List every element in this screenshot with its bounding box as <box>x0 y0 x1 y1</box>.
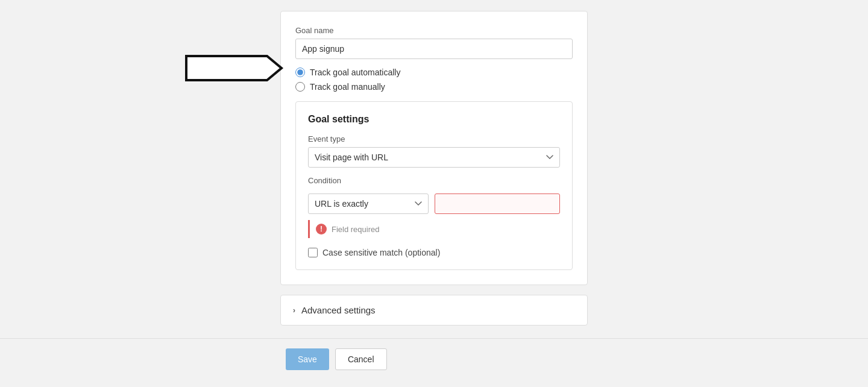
case-sensitive-label[interactable]: Case sensitive match (optional) <box>308 248 560 257</box>
action-buttons: Save Cancel <box>286 348 387 370</box>
cancel-button[interactable]: Cancel <box>335 348 387 370</box>
tracking-options: Track goal automatically Track goal manu… <box>295 68 573 92</box>
error-text: Field required <box>332 225 380 234</box>
event-type-label: Event type <box>308 134 560 143</box>
error-message: ! Field required <box>308 220 560 238</box>
condition-row: URL is exactly URL contains URL starts w… <box>308 194 560 214</box>
case-sensitive-text: Case sensitive match (optional) <box>322 248 440 257</box>
goal-name-input[interactable] <box>295 39 573 59</box>
condition-value-input[interactable] <box>435 194 560 214</box>
track-auto-radio[interactable] <box>295 68 305 77</box>
page-container: Goal name Track goal automatically Track… <box>0 0 868 387</box>
arrow-annotation <box>184 52 286 84</box>
goal-name-label: Goal name <box>295 26 573 35</box>
track-auto-text: Track goal automatically <box>310 68 400 77</box>
track-auto-label[interactable]: Track goal automatically <box>295 68 573 77</box>
condition-section: Condition URL is exactly URL contains UR… <box>308 176 560 257</box>
bottom-divider <box>0 338 868 339</box>
goal-settings-box: Goal settings Event type Visit page with… <box>295 101 573 270</box>
goal-settings-title: Goal settings <box>308 114 560 125</box>
save-button[interactable]: Save <box>286 348 329 370</box>
main-card: Goal name Track goal automatically Track… <box>280 11 588 285</box>
condition-label: Condition <box>308 176 560 185</box>
chevron-right-icon: › <box>293 306 295 315</box>
track-manual-label[interactable]: Track goal manually <box>295 82 573 92</box>
event-type-select[interactable]: Visit page with URL Custom event Outboun… <box>308 147 560 168</box>
error-icon: ! <box>316 224 327 234</box>
condition-select[interactable]: URL is exactly URL contains URL starts w… <box>308 194 429 214</box>
advanced-settings-label: Advanced settings <box>301 305 376 315</box>
case-sensitive-checkbox[interactable] <box>308 248 318 257</box>
track-manual-text: Track goal manually <box>310 82 385 92</box>
event-type-section: Event type Visit page with URL Custom ev… <box>308 134 560 168</box>
goal-name-section: Goal name <box>295 26 573 59</box>
track-manual-radio[interactable] <box>295 82 305 92</box>
advanced-settings-section[interactable]: › Advanced settings <box>280 295 588 326</box>
